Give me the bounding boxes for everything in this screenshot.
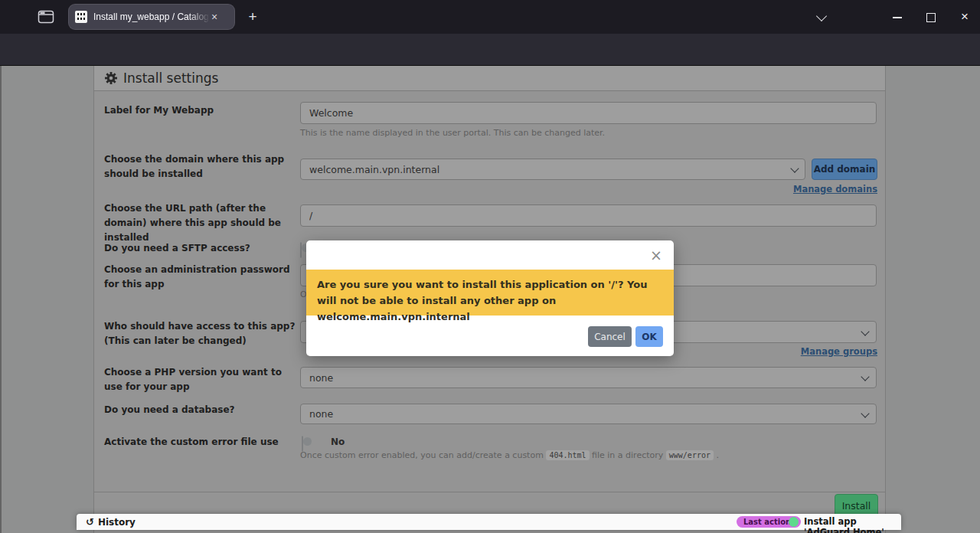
app-label-hint: This is the name displayed in the user p… — [300, 128, 605, 138]
new-tab-button[interactable]: + — [242, 6, 263, 28]
tab-close-icon[interactable]: × — [211, 11, 217, 22]
label-custom-error: Activate the custom error file use — [104, 435, 297, 450]
last-action-text: Install app 'AdGuard Home' — [804, 516, 901, 533]
modal-close-icon[interactable]: × — [646, 245, 666, 265]
window-maximize-button[interactable] — [916, 9, 946, 26]
label-php-version: Choose a PHP version you want to use for… — [104, 365, 297, 394]
manage-groups-link[interactable]: Manage groups — [801, 346, 877, 357]
page-content: Install settings Label for My Webapp Thi… — [0, 66, 980, 533]
label-domain: Choose the domain where this app should … — [104, 152, 297, 181]
label-database: Do you need a database? — [104, 403, 297, 417]
custom-error-toggle[interactable] — [302, 436, 303, 452]
modal-message: Are you sure you want to install this ap… — [317, 276, 663, 325]
label-url-path: Choose the URL path (after the domain) w… — [104, 201, 297, 245]
browser-tab[interactable]: Install my_webapp / Catalog | Yu × — [69, 5, 234, 29]
custom-error-hint: Once custom error enabled, you can add/c… — [300, 450, 719, 460]
add-domain-button[interactable]: Add domain — [812, 159, 877, 180]
label-access: Who should have access to this app? (Thi… — [104, 319, 297, 348]
history-bar[interactable]: ↺ History Last action: Install app 'AdGu… — [77, 514, 901, 530]
domain-select[interactable]: welcome.main.vpn.internal — [300, 159, 805, 180]
label-app-label: Label for My Webapp — [104, 103, 297, 118]
page-left-edge — [0, 66, 2, 533]
code-chip-wwwerror: www/error — [666, 450, 714, 460]
site-favicon-icon — [75, 11, 87, 23]
confirm-install-modal: × Are you sure you want to install this … — [306, 240, 674, 356]
code-chip-404: 404.html — [546, 450, 589, 460]
domain-select-value: welcome.main.vpn.internal — [309, 164, 439, 175]
cancel-button[interactable]: Cancel — [588, 326, 632, 347]
card-header: Install settings — [93, 66, 886, 91]
history-icon: ↺ — [86, 516, 94, 528]
firefox-view-button[interactable] — [34, 7, 58, 27]
custom-error-hint-between: file in a directory — [592, 450, 663, 460]
database-value: none — [309, 408, 333, 420]
firefox-view-icon — [38, 10, 54, 24]
label-admin-password: Choose an administration password for th… — [104, 263, 297, 292]
window-close-button[interactable]: × — [949, 7, 980, 27]
custom-error-hint-before: Once custom error enabled, you can add/c… — [300, 450, 544, 460]
status-dot-green — [789, 517, 799, 527]
sftp-toggle[interactable] — [300, 242, 302, 258]
modal-warning-alert: Are you sure you want to install this ap… — [306, 270, 674, 316]
app-label-input[interactable] — [300, 102, 877, 124]
tab-list-chevron-icon[interactable] — [816, 11, 827, 21]
manage-domains-link[interactable]: Manage domains — [793, 184, 877, 195]
database-select[interactable]: none — [300, 404, 877, 424]
window-minimize-button[interactable] — [882, 9, 913, 26]
custom-error-hint-after: . — [716, 450, 719, 460]
label-sftp: Do you need a SFTP access? — [104, 241, 297, 256]
php-version-value: none — [309, 372, 333, 384]
card-footer-divider — [93, 492, 886, 492]
browser-tab-bar: Install my_webapp / Catalog | Yu × + × — [0, 0, 980, 34]
tab-title: Install my_webapp / Catalog | Yu — [93, 11, 210, 22]
gear-icon — [105, 72, 117, 84]
php-version-select[interactable]: none — [300, 367, 877, 388]
url-path-input[interactable] — [300, 204, 877, 227]
ok-button[interactable]: OK — [635, 326, 663, 347]
history-title: History — [98, 517, 136, 528]
browser-toolbar: ← → ↻ https://titusintranet.nohost.me/yu… — [0, 34, 980, 66]
page-title: Install settings — [123, 70, 218, 86]
custom-error-toggle-label: No — [331, 437, 345, 447]
